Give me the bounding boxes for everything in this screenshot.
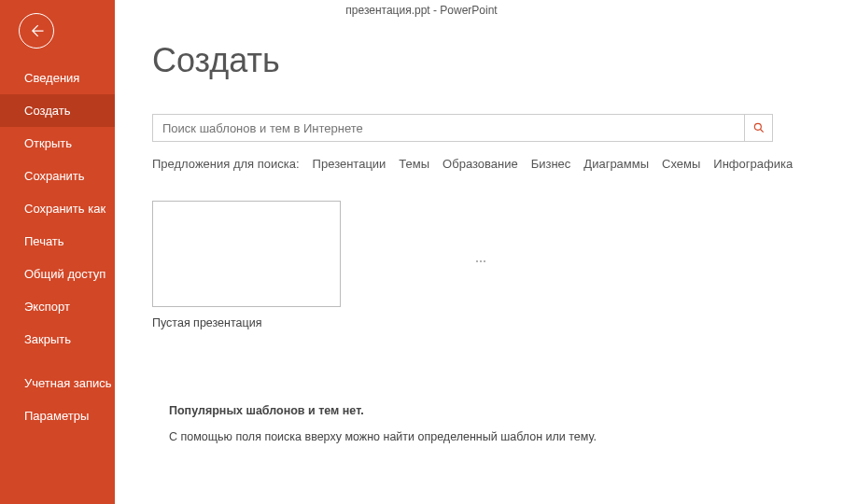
sidebar-item-close[interactable]: Закрыть bbox=[0, 323, 115, 356]
sidebar-item-label: Сохранить bbox=[24, 169, 85, 183]
sidebar-item-options[interactable]: Параметры bbox=[0, 399, 115, 432]
popular-title: Популярных шаблонов и тем нет. bbox=[169, 404, 843, 417]
sidebar-menu: Сведения Создать Открыть Сохранить Сохра… bbox=[0, 62, 115, 432]
sidebar-item-label: Общий доступ bbox=[24, 267, 105, 281]
content-area: Создать Предложения для поиска: Презента… bbox=[115, 0, 843, 504]
arrow-left-icon bbox=[27, 21, 46, 40]
templates-row: Пустая презентация ⋯ bbox=[152, 201, 843, 329]
popular-block: Популярных шаблонов и тем нет. С помощью… bbox=[169, 404, 843, 443]
back-button[interactable] bbox=[19, 13, 54, 49]
sidebar-item-info[interactable]: Сведения bbox=[0, 62, 115, 94]
sidebar-item-label: Сведения bbox=[24, 71, 79, 85]
loading-spinner-icon: ⋯ bbox=[475, 255, 486, 329]
sidebar-item-label: Экспорт bbox=[24, 300, 70, 314]
suggestion-link-themes[interactable]: Темы bbox=[399, 157, 429, 171]
suggestion-link-schemes[interactable]: Схемы bbox=[662, 157, 700, 171]
sidebar-item-label: Параметры bbox=[24, 409, 89, 423]
sidebar-item-save[interactable]: Сохранить bbox=[0, 160, 115, 192]
sidebar-item-print[interactable]: Печать bbox=[0, 225, 115, 258]
search-button[interactable] bbox=[745, 114, 773, 142]
svg-point-0 bbox=[754, 123, 761, 130]
template-label: Пустая презентация bbox=[152, 316, 341, 329]
search-input[interactable] bbox=[152, 114, 745, 142]
suggestion-link-business[interactable]: Бизнес bbox=[531, 157, 571, 171]
suggestions-label: Предложения для поиска: bbox=[152, 157, 300, 171]
sidebar-item-label: Сохранить как bbox=[24, 202, 105, 216]
sidebar-item-new[interactable]: Создать bbox=[0, 94, 115, 127]
sidebar-item-label: Закрыть bbox=[24, 332, 71, 346]
page-title: Создать bbox=[152, 41, 843, 80]
search-row bbox=[152, 114, 773, 142]
sidebar-item-share[interactable]: Общий доступ bbox=[0, 258, 115, 290]
suggestions-row: Предложения для поиска: Презентации Темы… bbox=[152, 157, 843, 171]
sidebar-item-save-as[interactable]: Сохранить как bbox=[0, 192, 115, 225]
suggestion-link-education[interactable]: Образование bbox=[443, 157, 518, 171]
sidebar-item-export[interactable]: Экспорт bbox=[0, 290, 115, 323]
suggestion-link-presentations[interactable]: Презентации bbox=[313, 157, 386, 171]
template-item: Пустая презентация bbox=[152, 201, 341, 329]
sidebar-item-label: Печать bbox=[24, 234, 64, 248]
template-blank-thumbnail[interactable] bbox=[152, 201, 341, 307]
sidebar-item-label: Создать bbox=[24, 104, 70, 118]
popular-text: С помощью поля поиска вверху можно найти… bbox=[169, 430, 843, 443]
sidebar-item-open[interactable]: Открыть bbox=[0, 127, 115, 160]
suggestion-link-infographics[interactable]: Инфографика bbox=[713, 157, 793, 171]
sidebar-item-label: Открыть bbox=[24, 136, 72, 150]
sidebar-item-label: Учетная запись bbox=[24, 376, 112, 390]
menu-divider bbox=[0, 356, 115, 367]
suggestion-link-diagrams[interactable]: Диаграммы bbox=[583, 157, 649, 171]
search-icon bbox=[752, 121, 766, 134]
sidebar: Сведения Создать Открыть Сохранить Сохра… bbox=[0, 0, 115, 504]
sidebar-item-account[interactable]: Учетная запись bbox=[0, 367, 115, 399]
